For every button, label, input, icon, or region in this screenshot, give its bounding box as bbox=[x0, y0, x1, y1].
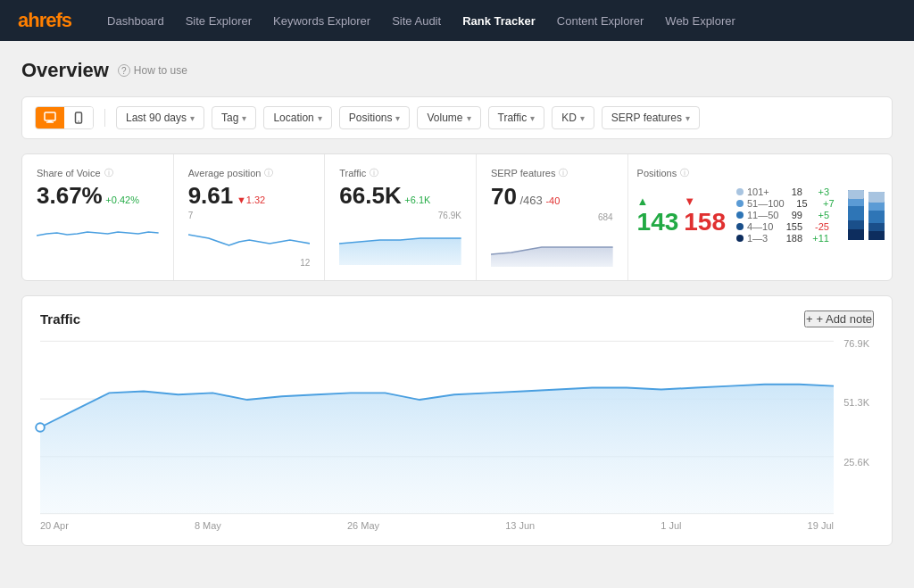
avg-pos-label: Average position ⓘ bbox=[188, 167, 311, 179]
last-days-filter[interactable]: Last 90 days ▾ bbox=[116, 106, 204, 129]
chevron-down-icon: ▾ bbox=[190, 113, 195, 123]
svg-rect-16 bbox=[868, 211, 885, 223]
legend-row-51: 51—100 15 +7 bbox=[736, 198, 835, 209]
svg-marker-6 bbox=[491, 247, 613, 267]
page-header: Overview ? How to use bbox=[21, 59, 893, 82]
legend-dot-4 bbox=[736, 223, 744, 230]
add-note-button[interactable]: + + Add note bbox=[804, 311, 874, 327]
avg-pos-value: 9.61 ▼1.32 bbox=[188, 183, 311, 209]
device-toggle bbox=[35, 106, 94, 129]
chevron-down-icon: ▾ bbox=[530, 113, 535, 123]
x-label-5: 1 Jul bbox=[661, 520, 681, 531]
chart-x-labels: 20 Apr 8 May 26 May 13 Jun 1 Jul 19 Jul bbox=[40, 517, 834, 531]
svg-rect-12 bbox=[848, 229, 864, 240]
avg-pos-chart-low: 12 bbox=[300, 258, 310, 268]
mobile-button[interactable] bbox=[64, 107, 93, 128]
legend-row-1: 1—3 188 +11 bbox=[736, 233, 835, 244]
svg-rect-15 bbox=[868, 203, 885, 211]
how-to-use-label: How to use bbox=[134, 64, 187, 77]
positions-bar-chart bbox=[843, 188, 888, 242]
help-icon: ? bbox=[118, 64, 130, 77]
x-label-6: 19 Jul bbox=[808, 520, 834, 531]
serp-features-card: SERP features ⓘ 70 /463 -40 684 bbox=[477, 154, 628, 280]
sov-chart bbox=[37, 214, 159, 246]
info-icon[interactable]: ⓘ bbox=[370, 167, 378, 179]
kd-filter[interactable]: KD ▾ bbox=[552, 106, 594, 129]
plus-icon: + bbox=[806, 312, 813, 326]
legend-row-101: 101+ 18 +3 bbox=[736, 186, 835, 197]
legend-row-11: 11—50 99 +5 bbox=[736, 210, 835, 220]
traffic-chart-header: Traffic + + Add note bbox=[40, 311, 874, 327]
nav-keywords-explorer[interactable]: Keywords Explorer bbox=[264, 9, 379, 33]
nav-rank-tracker[interactable]: Rank Tracker bbox=[453, 9, 544, 33]
nav-content-explorer[interactable]: Content Explorer bbox=[548, 9, 653, 33]
chart-container: 76.9K 51.3K 25.6K bbox=[40, 338, 874, 531]
nav-links: Dashboard Site Explorer Keywords Explore… bbox=[98, 9, 744, 33]
info-icon[interactable]: ⓘ bbox=[104, 167, 113, 179]
x-label-4: 13 Jun bbox=[505, 520, 535, 531]
info-icon[interactable]: ⓘ bbox=[264, 167, 273, 179]
logo: ahrefs bbox=[18, 9, 71, 32]
svg-marker-23 bbox=[40, 384, 834, 513]
sov-value: 3.67% +0.42% bbox=[37, 183, 159, 209]
chevron-down-icon: ▾ bbox=[318, 113, 322, 123]
svg-rect-10 bbox=[848, 206, 864, 220]
svg-rect-8 bbox=[848, 190, 864, 199]
desktop-button[interactable] bbox=[36, 107, 64, 128]
positions-label: Positions ⓘ bbox=[637, 167, 883, 179]
chart-y-spacer bbox=[834, 338, 874, 531]
add-note-label: + Add note bbox=[816, 312, 872, 326]
positions-filter[interactable]: Positions ▾ bbox=[339, 106, 411, 129]
serp-mini-chart bbox=[491, 228, 613, 267]
tag-filter[interactable]: Tag ▾ bbox=[212, 106, 256, 129]
serp-chart-high: 684 bbox=[491, 212, 613, 222]
traffic-section: Traffic + + Add note 76.9K 51.3K 25.6K bbox=[21, 295, 893, 546]
serp-features-filter[interactable]: SERP features ▾ bbox=[602, 106, 700, 129]
main-content: Overview ? How to use Last 90 days ▾ Tag… bbox=[0, 41, 914, 564]
positions-card: Positions ⓘ ▲ 143 ▼ 158 101+ 18 bbox=[628, 154, 892, 280]
metrics-row: Share of Voice ⓘ 3.67% +0.42% Average po… bbox=[21, 153, 893, 281]
navigation: ahrefs Dashboard Site Explorer Keywords … bbox=[0, 0, 914, 41]
legend-row-4: 4—10 155 -25 bbox=[736, 221, 835, 232]
chevron-down-icon: ▾ bbox=[395, 113, 400, 123]
svg-point-4 bbox=[78, 120, 79, 121]
nav-dashboard[interactable]: Dashboard bbox=[98, 9, 173, 33]
positions-legend: 101+ 18 +3 51—100 15 +7 11—50 99 + bbox=[736, 186, 835, 244]
x-label-2: 8 May bbox=[195, 520, 221, 531]
chevron-down-icon: ▾ bbox=[580, 113, 585, 123]
info-icon[interactable]: ⓘ bbox=[680, 167, 689, 179]
svg-rect-9 bbox=[848, 199, 864, 206]
chevron-down-icon: ▾ bbox=[686, 113, 690, 123]
x-label-3: 26 May bbox=[347, 520, 379, 531]
traffic-metric-card: Traffic ⓘ 66.5K +6.1K 76.9K bbox=[325, 154, 477, 280]
nav-site-audit[interactable]: Site Audit bbox=[383, 9, 450, 33]
avg-position-card: Average position ⓘ 9.61 ▼1.32 7 12 bbox=[174, 154, 326, 280]
positions-down: ▼ 158 bbox=[684, 195, 726, 236]
chevron-down-icon: ▾ bbox=[467, 113, 471, 123]
nav-web-explorer[interactable]: Web Explorer bbox=[656, 9, 744, 33]
volume-filter[interactable]: Volume ▾ bbox=[417, 106, 480, 129]
chevron-down-icon: ▾ bbox=[242, 113, 246, 123]
divider bbox=[104, 109, 105, 127]
legend-dot-11 bbox=[736, 211, 744, 219]
avg-pos-chart-high: 7 bbox=[188, 211, 194, 220]
nav-site-explorer[interactable]: Site Explorer bbox=[177, 9, 261, 33]
info-icon[interactable]: ⓘ bbox=[559, 167, 568, 179]
traffic-filter[interactable]: Traffic ▾ bbox=[488, 106, 545, 129]
traffic-label: Traffic ⓘ bbox=[339, 167, 461, 179]
traffic-chart-high: 76.9K bbox=[339, 211, 461, 220]
traffic-section-title: Traffic bbox=[40, 311, 80, 327]
avg-pos-chart bbox=[188, 226, 311, 258]
serp-value-row: 70 /463 -40 bbox=[491, 183, 613, 211]
x-label-1: 20 Apr bbox=[40, 520, 69, 531]
legend-dot-101 bbox=[736, 188, 744, 195]
share-of-voice-card: Share of Voice ⓘ 3.67% +0.42% bbox=[22, 154, 174, 280]
svg-point-24 bbox=[36, 423, 45, 432]
filter-bar: Last 90 days ▾ Tag ▾ Location ▾ Position… bbox=[21, 96, 893, 139]
traffic-value: 66.5K +6.1K bbox=[339, 183, 461, 209]
legend-dot-1 bbox=[736, 235, 744, 242]
how-to-use-link[interactable]: ? How to use bbox=[118, 64, 187, 77]
location-filter[interactable]: Location ▾ bbox=[263, 106, 331, 129]
serp-label: SERP features ⓘ bbox=[491, 167, 613, 179]
traffic-mini-chart bbox=[339, 226, 461, 265]
